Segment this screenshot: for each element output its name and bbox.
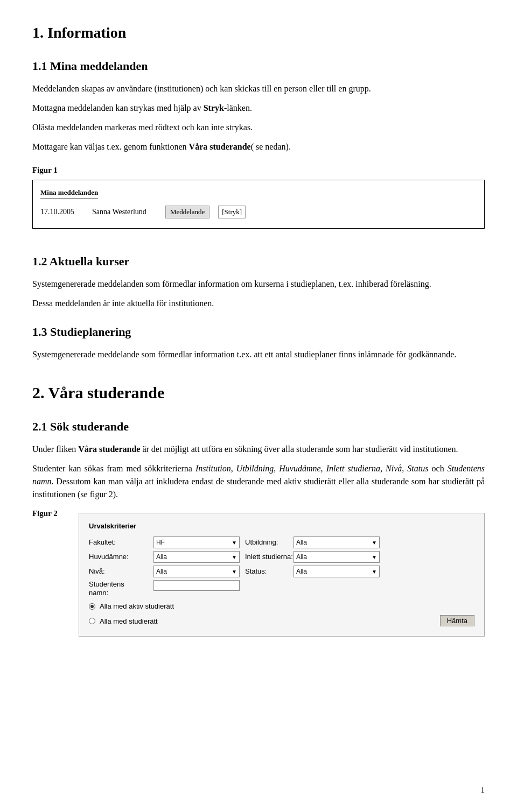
s2p2-sep3: , — [321, 464, 326, 473]
figure1-row: 17.10.2005 Sanna Westerlund Meddelande [… — [40, 203, 477, 221]
section1-para3: Olästa meddelanden markeras med rödtext … — [32, 121, 485, 134]
form-row2: Huvudämne: Alla ▼ Inlett studierna: Alla… — [89, 551, 474, 563]
s2p2-before: Studenter kan sökas fram med sökkriterie… — [32, 464, 195, 473]
section1-heading: 1. Information — [32, 22, 485, 44]
sub3-para1-after: att ett antal studieplaner finns inlämna… — [254, 350, 456, 359]
section2-sub1-para1: Under fliken Våra studerande är det möjl… — [32, 443, 485, 456]
form-row1-select1[interactable]: HF ▼ — [153, 536, 240, 548]
form-row2-val1: Alla — [156, 552, 167, 562]
radio1-label[interactable]: Alla med aktiv studierätt — [100, 601, 174, 612]
page: 1. Information 1.1 Mina meddelanden Medd… — [0, 0, 517, 812]
dropdown-arrow3: ▼ — [232, 553, 237, 561]
form-row2-val2: Alla — [296, 552, 307, 562]
form-row1-select2[interactable]: Alla ▼ — [294, 536, 380, 548]
form-row2-label2: Inlett studierna: — [240, 552, 294, 562]
s2p1-bold: Våra studerande — [78, 444, 140, 454]
form-row3-val2: Alla — [296, 567, 307, 576]
s2p2-italic2: Utbildning — [236, 464, 274, 473]
figure2-box: Urvalskriterier Fakultet: HF ▼ Utbildnin… — [79, 513, 485, 637]
section2-sub1-heading: 2.1 Sök studerande — [32, 418, 485, 435]
dropdown-arrow6: ▼ — [372, 568, 377, 576]
section1-sub3-heading: 1.3 Studieplanering — [32, 323, 485, 341]
radio1-icon — [89, 603, 95, 610]
s2p2-sep2: , — [274, 464, 279, 473]
s2p2-after: . Dessutom kan man välja att inkludera e… — [32, 477, 485, 499]
figure1-box: Mina meddelanden 17.10.2005 Sanna Wester… — [32, 180, 485, 229]
form-row3-label1: Nivå: — [89, 566, 153, 577]
s2p2-italic4: Inlett studierna — [326, 464, 380, 473]
form-row1-val2: Alla — [296, 538, 307, 547]
s2p2-sep6: och — [428, 464, 447, 473]
section2-sub1-para2: Studenter kan sökas fram med sökkriterie… — [32, 462, 485, 501]
para4-after: ( se nedan). — [251, 142, 291, 151]
section1-sub2-para2: Dessa meddelanden är inte aktuella för i… — [32, 297, 485, 310]
radio2-label[interactable]: Alla med studierätt — [100, 616, 158, 627]
s2p2-italic6: Status — [407, 464, 428, 473]
form-row1: Fakultet: HF ▼ Utbildning: Alla ▼ — [89, 536, 474, 548]
form-row2-label1: Huvudämne: — [89, 552, 153, 562]
figure2-title: Urvalskriterier — [89, 521, 474, 532]
s2p2-italic3: Huvudämne — [279, 464, 320, 473]
para4-bold: Våra studerande — [189, 142, 251, 151]
figure1-btn-stryk[interactable]: [Stryk] — [218, 206, 246, 218]
form-row4: Studentens namn: — [89, 580, 474, 597]
section1-sub1-heading: 1.1 Mina meddelanden — [32, 57, 485, 75]
para4-before: Mottagare kan väljas t.ex. genom funktio… — [32, 142, 189, 151]
studentens-namn-input[interactable] — [153, 580, 240, 591]
hamta-button[interactable]: Hämta — [440, 615, 474, 626]
para2-bold: Stryk — [204, 103, 224, 112]
figure1-name: Sanna Westerlund — [92, 206, 157, 217]
form-row1-label1: Fakultet: — [89, 537, 153, 548]
form-row3-val1: Alla — [156, 567, 167, 576]
figure1-btn-meddelande[interactable]: Meddelande — [165, 206, 209, 218]
form-row3-select2[interactable]: Alla ▼ — [294, 566, 380, 577]
para2-text-after: -länken. — [224, 103, 252, 112]
dropdown-arrow5: ▼ — [232, 568, 237, 576]
s2p2-sep4: , — [380, 464, 386, 473]
section2-heading: 2. Våra studerande — [32, 380, 485, 405]
s2p2-italic1: Institution — [195, 464, 231, 473]
form-row2-select2[interactable]: Alla ▼ — [294, 551, 380, 563]
sub3-para1-before: Systemgenererade meddelande som förmedla… — [32, 350, 251, 359]
radio-row2: Alla med studierätt — [89, 616, 474, 627]
form-row3-label2: Status: — [240, 566, 294, 577]
section1-para2: Mottagna meddelanden kan strykas med hjä… — [32, 102, 485, 115]
form-row4-label: Studentens namn: — [89, 580, 153, 597]
radio-row1: Alla med aktiv studierätt — [89, 601, 474, 612]
section1-para1: Meddelanden skapas av användare (institu… — [32, 82, 485, 95]
s2p2-sep1: , — [231, 464, 236, 473]
page-number: 1 — [481, 784, 485, 796]
form-row1-label2: Utbildning: — [240, 537, 294, 548]
figur1-label: Figur 1 — [32, 164, 485, 176]
figure1-date: 17.10.2005 — [40, 206, 83, 217]
para2-text-before: Mottagna meddelanden kan strykas med hjä… — [32, 103, 204, 112]
figur2-wrap: Figur 2 Urvalskriterier Fakultet: HF ▼ U… — [32, 507, 485, 637]
s2p1-before: Under fliken — [32, 444, 78, 454]
dropdown-arrow1: ▼ — [232, 539, 237, 547]
section1-para4: Mottagare kan väljas t.ex. genom funktio… — [32, 140, 485, 153]
figur2-label: Figur 2 — [32, 507, 70, 520]
form-row2-select1[interactable]: Alla ▼ — [153, 551, 240, 563]
dropdown-arrow4: ▼ — [372, 553, 377, 561]
radio2-icon — [89, 618, 95, 624]
section1-sub2-para1: Systemgenererade meddelanden som förmedl… — [32, 278, 485, 291]
s2p1-after: är det möjligt att utföra en sökning öve… — [140, 444, 458, 454]
form-row3-select1[interactable]: Alla ▼ — [153, 566, 240, 577]
form-row3: Nivå: Alla ▼ Status: Alla ▼ — [89, 566, 474, 577]
dropdown-arrow2: ▼ — [372, 539, 377, 547]
section1-sub3-para1: Systemgenererade meddelande som förmedla… — [32, 348, 485, 361]
s2p2-sep5: , — [402, 464, 407, 473]
figure1-title: Mina meddelanden — [40, 187, 98, 200]
section1-sub2-heading: 1.2 Aktuella kurser — [32, 252, 485, 270]
form-row1-val1: HF — [156, 538, 165, 547]
s2p2-italic5: Nivå — [386, 464, 402, 473]
